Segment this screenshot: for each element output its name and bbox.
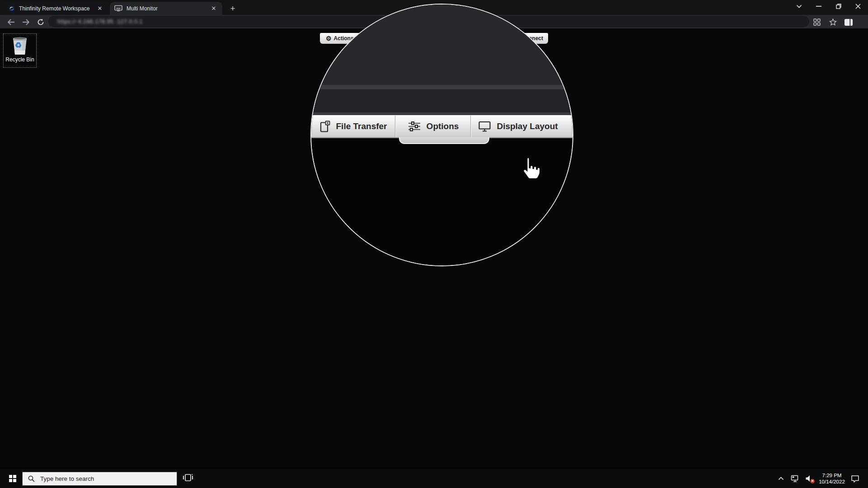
taskbar: ✕ 7:29 PM 10/14/2022	[0, 469, 868, 488]
mute-badge: ✕	[810, 479, 815, 483]
task-view-icon[interactable]	[183, 473, 193, 482]
minimize-button[interactable]	[809, 0, 829, 13]
new-tab-button[interactable]: +	[227, 3, 238, 14]
recycle-bin-desktop-icon[interactable]: ♻ Recycle Bin	[3, 33, 37, 68]
close-icon[interactable]: ✕	[210, 5, 218, 13]
url-text: https:// 4.246.178.95 :127.0.0.1	[57, 19, 143, 25]
rdp-monitor-icon: RDP	[114, 5, 123, 12]
taskbar-clock[interactable]: 7:29 PM 10/14/2022	[818, 472, 846, 485]
options-sliders-icon	[408, 121, 421, 132]
remote-desktop: ♻ Recycle Bin ⚙ Actions Disconnect	[0, 28, 868, 488]
close-icon[interactable]: ✕	[96, 5, 104, 13]
file-transfer-icon	[320, 121, 330, 133]
tab-thinfinity-workspace[interactable]: Thinfinity Remote Workspace ✕	[4, 2, 108, 15]
taskbar-search[interactable]	[22, 472, 177, 486]
clock-date: 10/14/2022	[818, 479, 846, 485]
options-label: Options	[427, 121, 459, 131]
file-transfer-label: File Transfer	[336, 121, 387, 131]
tab-label: Thinfinity Remote Workspace	[19, 5, 92, 12]
thinfinity-logo-icon	[8, 5, 15, 12]
options-button[interactable]: Options	[395, 116, 471, 137]
clock-time: 7:29 PM	[818, 472, 846, 479]
actions-button[interactable]: ⚙ Actions	[320, 35, 354, 42]
windows-logo-icon	[9, 475, 16, 482]
maximize-restore-button[interactable]	[829, 0, 849, 13]
svg-text:RDP: RDP	[116, 8, 121, 10]
bookmark-star-icon[interactable]	[827, 16, 839, 28]
tab-multi-monitor[interactable]: RDP Multi Monitor ✕	[110, 2, 222, 15]
display-layout-button[interactable]: Display Layout	[471, 116, 572, 137]
magnified-toolbar: File Transfer Options Display Layout	[311, 115, 572, 137]
toolbar-pull-handle[interactable]	[399, 137, 489, 144]
magnified-chrome-band	[311, 85, 572, 89]
magnified-chrome-band	[311, 89, 572, 112]
side-panel-icon[interactable]	[843, 16, 854, 28]
grid-icon[interactable]	[811, 16, 823, 28]
magnifier-lens: File Transfer Options Display Layout	[310, 4, 573, 266]
search-input[interactable]	[39, 475, 150, 483]
close-window-button[interactable]	[848, 0, 868, 13]
file-transfer-button[interactable]: File Transfer	[311, 116, 395, 137]
desktop-icon-label: Recycle Bin	[5, 56, 34, 63]
recycle-bin-icon: ♻	[11, 36, 29, 56]
network-icon[interactable]	[790, 472, 800, 485]
display-monitor-icon	[479, 121, 491, 132]
back-icon[interactable]	[5, 16, 17, 28]
display-layout-label: Display Layout	[497, 121, 558, 131]
search-icon	[28, 475, 35, 482]
start-button[interactable]	[5, 472, 21, 485]
reload-icon[interactable]	[35, 16, 47, 28]
screen: Thinfinity Remote Workspace ✕ RDP Multi …	[0, 0, 868, 488]
chevron-up-icon[interactable]	[776, 472, 786, 485]
recycle-arrows-glyph: ♻	[15, 41, 22, 50]
forward-icon[interactable]	[20, 16, 32, 28]
tab-label: Multi Monitor	[127, 5, 206, 12]
speaker-muted-icon[interactable]: ✕	[804, 472, 814, 485]
system-tray: ✕ 7:29 PM 10/14/2022	[776, 469, 860, 488]
hand-cursor	[521, 156, 540, 180]
action-center-icon[interactable]	[850, 472, 860, 485]
gear-icon: ⚙	[326, 35, 332, 42]
tab-search-chevron-down-icon[interactable]	[789, 0, 809, 13]
